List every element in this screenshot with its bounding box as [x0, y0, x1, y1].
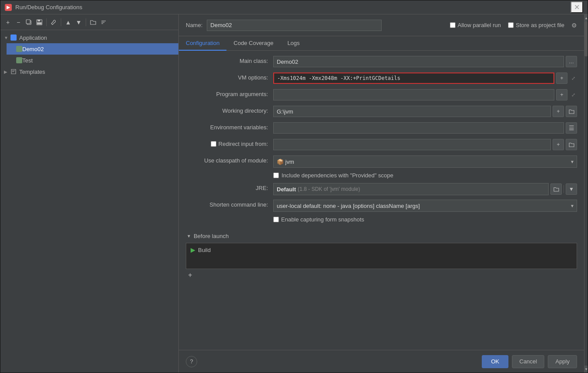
tree-application-node[interactable]: ▼ Application [0, 32, 178, 43]
program-args-expand-button[interactable]: ⤢ [569, 89, 577, 100]
jre-field: Default (1.8 - SDK of 'jvm' module) ▼ [273, 183, 577, 195]
working-dir-folder-button[interactable] [566, 106, 577, 117]
sort-button[interactable] [99, 17, 108, 27]
redirect-input-input[interactable] [273, 139, 551, 150]
classpath-row: Use classpath of module: 📦 jvm ▼ [186, 155, 577, 168]
main-class-label: Main class: [186, 56, 273, 64]
tab-configuration[interactable]: Configuration [179, 36, 226, 51]
shorten-cmd-select[interactable]: user-local default: none - java [options… [273, 200, 577, 212]
name-input[interactable] [207, 20, 382, 31]
before-launch-add-button[interactable]: + [186, 271, 195, 280]
tree-expand-arrow: ▼ [4, 35, 10, 40]
test-config-icon [16, 57, 22, 63]
allow-parallel-label: Allow parallel run [458, 22, 501, 28]
vm-options-input[interactable] [273, 73, 554, 84]
working-dir-input[interactable] [273, 106, 551, 117]
jre-secondary-text: (1.8 - SDK of 'jvm' module) [298, 186, 360, 192]
env-vars-input[interactable] [273, 122, 564, 134]
redirect-input-add-button[interactable]: + [553, 139, 564, 150]
tree-application-label: Application [19, 35, 47, 41]
jre-select-wrap: Default (1.8 - SDK of 'jvm' module) [273, 183, 549, 195]
copy-config-button[interactable] [24, 17, 34, 27]
enable-capturing-row: Enable capturing form snapshots [186, 216, 577, 228]
remove-config-button[interactable]: − [14, 17, 23, 27]
main-content: + − [0, 14, 588, 373]
scrollbar-up-arrow[interactable]: ▲ [585, 14, 588, 21]
apply-button[interactable]: Apply [548, 355, 577, 368]
tree-demo02-item[interactable]: Demo02 [7, 43, 178, 55]
dialog-title: Run/Debug Configurations [15, 4, 82, 10]
module-select[interactable]: 📦 jvm [273, 155, 577, 168]
scrollbar-thumb[interactable] [585, 21, 588, 56]
main-class-input[interactable] [273, 56, 564, 67]
ok-button[interactable]: OK [482, 355, 508, 368]
move-up-button[interactable]: ▲ [63, 17, 73, 27]
enable-capturing-wrap[interactable]: Enable capturing form snapshots [273, 216, 364, 223]
program-args-input[interactable] [273, 89, 554, 100]
build-item[interactable]: ▶ Build [188, 245, 575, 255]
jre-folder-button[interactable] [550, 183, 562, 195]
add-config-button[interactable]: + [3, 17, 13, 27]
config-tree: ▼ Application Demo02 [0, 30, 178, 373]
working-dir-add-button[interactable]: + [553, 106, 564, 117]
svg-rect-4 [37, 22, 42, 24]
tree-test-item[interactable]: Test [7, 55, 178, 66]
allow-parallel-wrap[interactable]: Allow parallel run [450, 22, 501, 28]
redirect-input-label: Redirect input from: [186, 139, 273, 147]
tree-templates-node[interactable]: ▶ Templates [0, 66, 178, 77]
program-args-label: Program arguments: [186, 89, 273, 97]
vm-options-expand-button[interactable]: ⤢ [569, 73, 577, 84]
store-as-project-checkbox[interactable] [508, 22, 514, 28]
cancel-button[interactable]: Cancel [512, 355, 544, 368]
form-area: Main class: … VM options: + ⤢ [179, 51, 584, 350]
include-dep-checkbox[interactable] [273, 173, 279, 178]
build-arrow-icon: ▶ [191, 246, 195, 253]
svg-rect-1 [26, 20, 30, 24]
redirect-input-checkbox[interactable] [211, 141, 216, 147]
vm-options-field: + ⤢ [273, 73, 577, 84]
vm-options-label: VM options: [186, 73, 273, 81]
store-as-project-wrap[interactable]: Store as project file [508, 22, 564, 28]
enable-capturing-label: Enable capturing form snapshots [281, 216, 364, 223]
close-button[interactable]: ✕ [571, 1, 583, 13]
before-launch-collapse-icon[interactable]: ▼ [187, 234, 191, 238]
redirect-input-field: + [273, 139, 577, 150]
main-class-browse-button[interactable]: … [566, 56, 577, 67]
toolbar-separator-2 [61, 18, 61, 26]
tab-logs[interactable]: Logs [280, 36, 306, 51]
working-dir-label: Working directory: [186, 106, 273, 114]
vm-options-add-button[interactable]: + [556, 73, 567, 84]
bottom-bar: ? OK Cancel Apply [179, 350, 584, 373]
application-icon [10, 34, 17, 41]
jre-dropdown-button[interactable]: ▼ [566, 183, 577, 195]
settings-gear-icon[interactable]: ⚙ [571, 22, 577, 29]
before-launch-content: ▶ Build [186, 243, 577, 269]
classpath-label: Use classpath of module: [186, 155, 273, 164]
env-vars-edit-button[interactable]: ☰ [566, 122, 577, 134]
shorten-cmd-field: user-local default: none - java [options… [273, 200, 577, 212]
enable-capturing-field: Enable capturing form snapshots [273, 216, 577, 223]
program-args-add-button[interactable]: + [556, 89, 567, 100]
redirect-input-folder-button[interactable] [566, 139, 577, 150]
enable-capturing-checkbox[interactable] [273, 217, 279, 222]
allow-parallel-checkbox[interactable] [450, 22, 456, 28]
main-class-field: … [273, 56, 577, 67]
enable-capturing-empty [186, 216, 273, 218]
jre-label: JRE: [186, 183, 273, 191]
help-button[interactable]: ? [186, 356, 197, 367]
save-config-button[interactable] [35, 17, 44, 27]
include-dep-wrap: Include dependencies with "Provided" sco… [273, 172, 393, 179]
scrollbar-down-arrow[interactable]: ▼ [585, 366, 588, 373]
move-down-button[interactable]: ▼ [74, 17, 84, 27]
name-bar: Name: Allow parallel run Store as projec… [179, 14, 584, 36]
wrench-button[interactable] [49, 17, 59, 27]
toolbar-separator [46, 18, 47, 26]
module-select-wrap: 📦 jvm ▼ [273, 155, 577, 168]
dialog: ▶ Run/Debug Configurations ✕ + − [0, 0, 588, 373]
folder-button[interactable] [88, 17, 98, 27]
tab-code-coverage[interactable]: Code Coverage [226, 36, 280, 51]
jre-row: JRE: Default (1.8 - SDK of 'jvm' module) [186, 183, 577, 195]
shorten-cmd-label: Shorten command line: [186, 200, 273, 208]
action-buttons: OK Cancel Apply [482, 355, 577, 368]
right-scrollbar[interactable]: ▲ ▼ [584, 14, 588, 373]
